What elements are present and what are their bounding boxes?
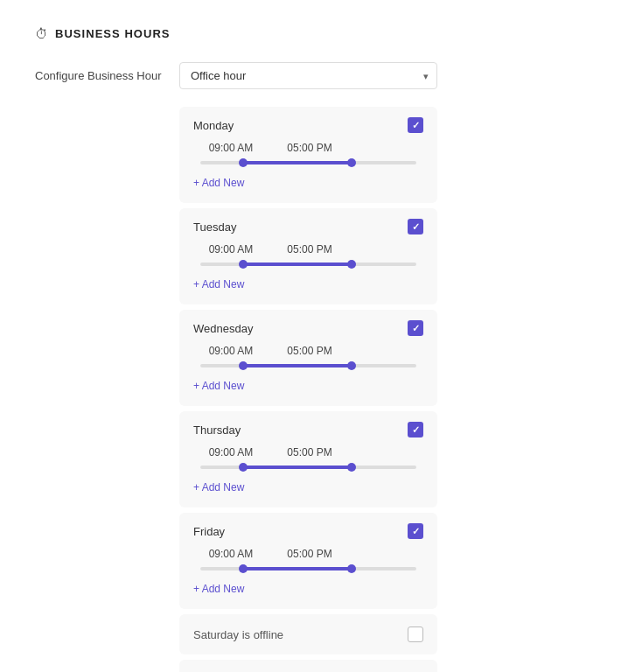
configure-label: Configure Business Hour	[35, 69, 162, 82]
tuesday-add-new-button[interactable]: + Add New	[193, 276, 244, 292]
friday-slider-track[interactable]	[200, 567, 416, 570]
thursday-slider-track[interactable]	[200, 466, 416, 469]
tuesday-time-row: 09:00 AM 05:00 PM	[193, 243, 423, 256]
monday-slider-thumb-right[interactable]	[347, 158, 356, 167]
tuesday-end-time: 05:00 PM	[279, 243, 340, 256]
section-header: ⏱ BUSINESS HOURS	[35, 26, 600, 41]
friday-label: Friday	[193, 525, 225, 538]
thursday-end-time: 05:00 PM	[279, 446, 340, 458]
monday-header: Monday	[193, 117, 423, 133]
days-container: Monday 09:00 AM 05:00 PM + Add New Tuesd…	[179, 107, 600, 672]
wednesday-slider-thumb-left[interactable]	[239, 361, 248, 370]
friday-header: Friday	[193, 523, 423, 539]
thursday-card: Thursday 09:00 AM 05:00 PM + Add New	[179, 411, 437, 508]
wednesday-slider-fill	[243, 364, 352, 368]
friday-card: Friday 09:00 AM 05:00 PM + Add New	[179, 513, 437, 609]
monday-add-new-button[interactable]: + Add New	[193, 175, 244, 191]
thursday-checkbox[interactable]	[408, 422, 423, 438]
monday-slider	[193, 161, 423, 164]
friday-slider-thumb-right[interactable]	[347, 564, 356, 573]
thursday-start-time: 09:00 AM	[200, 446, 262, 458]
monday-label: Monday	[193, 119, 234, 132]
monday-slider-fill	[243, 161, 352, 164]
friday-slider-fill	[243, 567, 352, 570]
friday-slider	[193, 567, 423, 570]
tuesday-label: Tuesday	[193, 220, 236, 234]
wednesday-slider-thumb-right[interactable]	[347, 361, 356, 370]
saturday-offline-card: Saturday is offline	[179, 614, 437, 654]
friday-checkbox[interactable]	[408, 523, 423, 539]
tuesday-slider-track[interactable]	[200, 262, 416, 266]
friday-slider-thumb-left[interactable]	[239, 564, 248, 573]
wednesday-card: Wednesday 09:00 AM 05:00 PM + Add New	[179, 310, 437, 406]
wednesday-add-new-button[interactable]: + Add New	[193, 378, 244, 394]
dropdown-wrapper: Office hour Custom hour ▾	[179, 62, 437, 89]
sunday-offline-card: Sunday is offline	[179, 660, 437, 672]
thursday-slider-thumb-left[interactable]	[239, 463, 248, 472]
monday-slider-thumb-left[interactable]	[239, 158, 248, 167]
tuesday-slider-thumb-left[interactable]	[239, 260, 248, 269]
wednesday-header: Wednesday	[193, 320, 423, 336]
thursday-slider-fill	[243, 466, 352, 469]
wednesday-checkbox[interactable]	[408, 320, 423, 336]
thursday-header: Thursday	[193, 422, 423, 438]
tuesday-checkbox[interactable]	[408, 219, 423, 234]
wednesday-start-time: 09:00 AM	[200, 345, 262, 357]
office-hour-dropdown[interactable]: Office hour Custom hour	[179, 62, 437, 89]
monday-slider-track[interactable]	[200, 161, 416, 164]
wednesday-label: Wednesday	[193, 322, 253, 335]
monday-end-time: 05:00 PM	[279, 142, 340, 154]
friday-end-time: 05:00 PM	[279, 548, 340, 560]
wednesday-slider-track[interactable]	[200, 364, 416, 368]
thursday-add-new-button[interactable]: + Add New	[193, 480, 244, 495]
tuesday-start-time: 09:00 AM	[200, 243, 262, 256]
monday-checkbox[interactable]	[408, 117, 423, 133]
business-hours-section: ⏱ BUSINESS HOURS Configure Business Hour…	[35, 26, 600, 672]
section-title: BUSINESS HOURS	[55, 27, 171, 40]
thursday-label: Thursday	[193, 424, 241, 437]
friday-time-row: 09:00 AM 05:00 PM	[193, 548, 423, 560]
tuesday-card: Tuesday 09:00 AM 05:00 PM + Add New	[179, 208, 437, 304]
tuesday-slider-thumb-right[interactable]	[347, 260, 356, 269]
tuesday-slider-fill	[243, 262, 352, 266]
saturday-checkbox[interactable]	[408, 626, 423, 642]
wednesday-slider	[193, 364, 423, 368]
thursday-time-row: 09:00 AM 05:00 PM	[193, 446, 423, 458]
thursday-slider-thumb-right[interactable]	[347, 463, 356, 472]
tuesday-slider	[193, 262, 423, 266]
monday-time-row: 09:00 AM 05:00 PM	[193, 142, 423, 154]
configure-row: Configure Business Hour Office hour Cust…	[35, 62, 600, 89]
tuesday-header: Tuesday	[193, 219, 423, 234]
clock-icon: ⏱	[35, 26, 48, 41]
thursday-slider	[193, 466, 423, 469]
monday-start-time: 09:00 AM	[200, 142, 262, 154]
saturday-offline-label: Saturday is offline	[193, 628, 283, 641]
wednesday-time-row: 09:00 AM 05:00 PM	[193, 345, 423, 357]
friday-start-time: 09:00 AM	[200, 548, 262, 560]
monday-card: Monday 09:00 AM 05:00 PM + Add New	[179, 107, 437, 203]
friday-add-new-button[interactable]: + Add New	[193, 581, 244, 597]
wednesday-end-time: 05:00 PM	[279, 345, 340, 357]
